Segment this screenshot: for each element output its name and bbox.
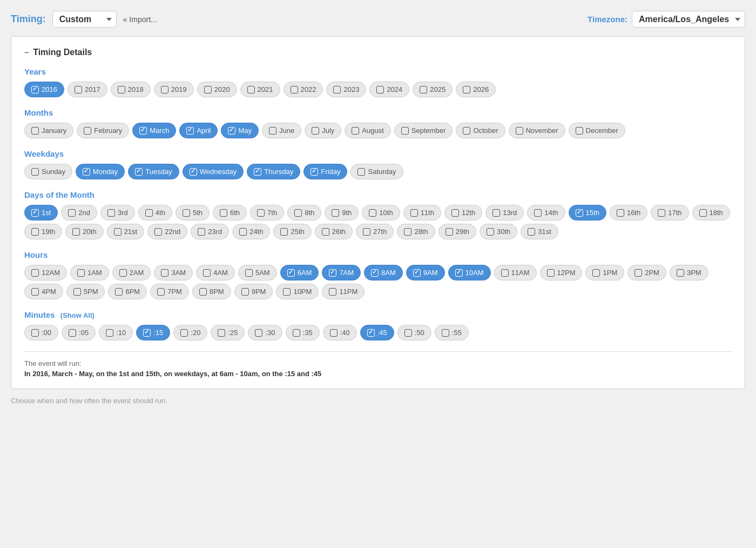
toggle--45[interactable]: :45 — [360, 325, 394, 340]
toggle-friday[interactable]: Friday — [303, 164, 347, 179]
toggle-17th[interactable]: 17th — [651, 205, 688, 220]
toggle--10[interactable]: :10 — [99, 325, 133, 340]
toggle-2025[interactable]: 2025 — [413, 82, 453, 97]
toggle-8th[interactable]: 8th — [287, 205, 321, 220]
toggle-august[interactable]: August — [345, 123, 390, 138]
toggle-2024[interactable]: 2024 — [369, 82, 409, 97]
toggle-28th[interactable]: 28th — [397, 224, 435, 239]
toggle-9pm[interactable]: 9PM — [234, 284, 273, 299]
toggle-6th[interactable]: 6th — [213, 205, 247, 220]
toggle-25th[interactable]: 25th — [273, 224, 311, 239]
toggle-2023[interactable]: 2023 — [326, 82, 366, 97]
toggle--40[interactable]: :40 — [323, 325, 357, 340]
toggle-11am[interactable]: 11AM — [494, 265, 537, 280]
toggle-5th[interactable]: 5th — [176, 205, 210, 220]
toggle-12am[interactable]: 12AM — [24, 265, 67, 280]
toggle--30[interactable]: :30 — [248, 325, 282, 340]
toggle-14th[interactable]: 14th — [527, 205, 565, 220]
toggle-7pm[interactable]: 7PM — [150, 284, 189, 299]
toggle-december[interactable]: December — [569, 123, 625, 138]
toggle-3am[interactable]: 3AM — [154, 265, 193, 280]
toggle-sunday[interactable]: Sunday — [24, 164, 72, 179]
toggle-11th[interactable]: 11th — [403, 205, 441, 220]
toggle--00[interactable]: :00 — [24, 325, 58, 340]
toggle-15th[interactable]: 15th — [569, 205, 606, 220]
toggle-3rd[interactable]: 3rd — [100, 205, 135, 220]
timezone-select[interactable]: America/Los_AngelesAmerica/New_YorkUTCEu… — [632, 11, 745, 28]
toggle-2019[interactable]: 2019 — [154, 82, 194, 97]
toggle-29th[interactable]: 29th — [438, 224, 476, 239]
toggle-18th[interactable]: 18th — [692, 205, 730, 220]
toggle-june[interactable]: June — [262, 123, 301, 138]
toggle-4am[interactable]: 4AM — [196, 265, 235, 280]
toggle--50[interactable]: :50 — [397, 325, 431, 340]
import-link[interactable]: « Import... — [123, 15, 157, 24]
toggle-5pm[interactable]: 5PM — [66, 284, 105, 299]
toggle-monday[interactable]: Monday — [76, 164, 125, 179]
toggle-2020[interactable]: 2020 — [197, 82, 237, 97]
toggle-1st[interactable]: 1st — [24, 205, 58, 220]
toggle-4th[interactable]: 4th — [138, 205, 172, 220]
toggle--25[interactable]: :25 — [211, 325, 245, 340]
toggle-21st[interactable]: 21st — [107, 224, 145, 239]
toggle-5am[interactable]: 5AM — [238, 265, 277, 280]
toggle-september[interactable]: September — [394, 123, 453, 138]
toggle--20[interactable]: :20 — [173, 325, 207, 340]
toggle-may[interactable]: May — [221, 123, 259, 138]
toggle-march[interactable]: March — [132, 123, 176, 138]
toggle-november[interactable]: November — [509, 123, 565, 138]
toggle-2nd[interactable]: 2nd — [61, 205, 97, 220]
toggle-6am[interactable]: 6AM — [280, 265, 319, 280]
toggle-october[interactable]: October — [456, 123, 505, 138]
toggle-thursday[interactable]: Thursday — [247, 164, 300, 179]
toggle-july[interactable]: July — [305, 123, 341, 138]
toggle-31st[interactable]: 31st — [521, 224, 558, 239]
toggle-8pm[interactable]: 8PM — [192, 284, 231, 299]
toggle-10th[interactable]: 10th — [362, 205, 400, 220]
toggle-9th[interactable]: 9th — [325, 205, 359, 220]
toggle-tuesday[interactable]: Tuesday — [128, 164, 179, 179]
toggle-8am[interactable]: 8AM — [364, 265, 403, 280]
timing-select[interactable]: CustomSimpleAdvanced — [52, 11, 117, 28]
toggle-april[interactable]: April — [179, 123, 218, 138]
toggle--55[interactable]: :55 — [435, 325, 469, 340]
toggle-7am[interactable]: 7AM — [322, 265, 361, 280]
toggle-9am[interactable]: 9AM — [406, 265, 445, 280]
toggle-27th[interactable]: 27th — [356, 224, 394, 239]
toggle-16th[interactable]: 16th — [610, 205, 647, 220]
toggle-10am[interactable]: 10AM — [448, 265, 491, 280]
toggle-2018[interactable]: 2018 — [111, 82, 151, 97]
toggle-13rd[interactable]: 13rd — [485, 205, 524, 220]
show-all-link[interactable]: (Show All) — [60, 311, 94, 319]
toggle-22nd[interactable]: 22nd — [147, 224, 187, 239]
toggle-12pm[interactable]: 12PM — [540, 265, 583, 280]
toggle-12th[interactable]: 12th — [444, 205, 482, 220]
toggle-7th[interactable]: 7th — [250, 205, 284, 220]
toggle--15[interactable]: :15 — [136, 325, 170, 340]
toggle-2021[interactable]: 2021 — [240, 82, 280, 97]
toggle-11pm[interactable]: 11PM — [322, 284, 364, 299]
toggle-24th[interactable]: 24th — [232, 224, 270, 239]
toggle-january[interactable]: January — [24, 123, 73, 138]
toggle-26th[interactable]: 26th — [315, 224, 353, 239]
toggle-saturday[interactable]: Saturday — [350, 164, 403, 179]
toggle-wednesday[interactable]: Wednesday — [183, 164, 244, 179]
toggle-1am[interactable]: 1AM — [70, 265, 109, 280]
collapse-icon[interactable]: − — [24, 48, 29, 57]
toggle-2016[interactable]: 2016 — [24, 82, 64, 97]
toggle-19th[interactable]: 19th — [24, 224, 62, 239]
toggle-2026[interactable]: 2026 — [456, 82, 496, 97]
toggle-4pm[interactable]: 4PM — [24, 284, 63, 299]
toggle-10pm[interactable]: 10PM — [276, 284, 319, 299]
toggle-2pm[interactable]: 2PM — [627, 265, 666, 280]
toggle-1pm[interactable]: 1PM — [585, 265, 624, 280]
toggle-3pm[interactable]: 3PM — [670, 265, 708, 280]
toggle--05[interactable]: :05 — [62, 325, 96, 340]
toggle-20th[interactable]: 20th — [65, 224, 103, 239]
toggle-23rd[interactable]: 23rd — [191, 224, 229, 239]
toggle-2017[interactable]: 2017 — [68, 82, 107, 97]
toggle-2022[interactable]: 2022 — [284, 82, 323, 97]
toggle-february[interactable]: February — [77, 123, 129, 138]
toggle--35[interactable]: :35 — [286, 325, 320, 340]
toggle-6pm[interactable]: 6PM — [108, 284, 147, 299]
